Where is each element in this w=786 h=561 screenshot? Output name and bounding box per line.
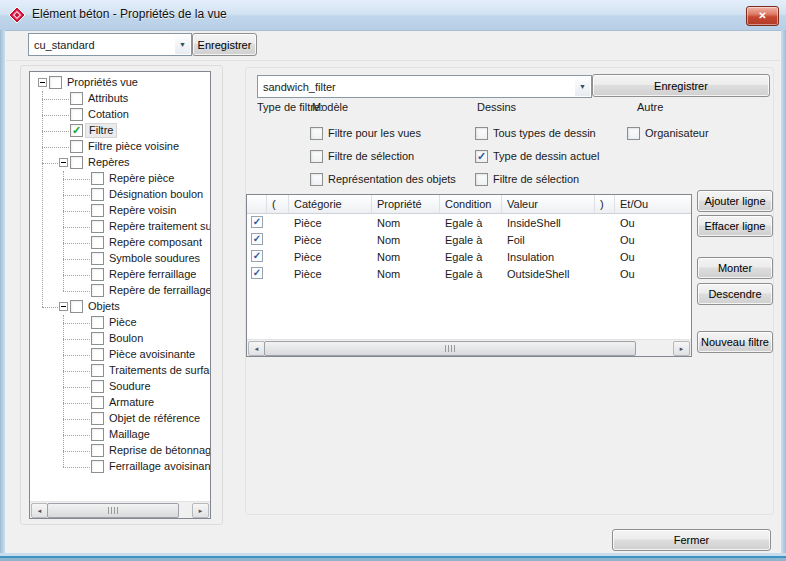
- tree-item[interactable]: Repère traitement surface: [30, 219, 210, 235]
- collapse-icon[interactable]: [59, 302, 68, 311]
- table-header-cell[interactable]: Condition: [440, 195, 502, 214]
- tree-checkbox[interactable]: [70, 108, 83, 121]
- tree-item[interactable]: Armature: [30, 395, 210, 411]
- tree-item[interactable]: Repère ferraillage: [30, 267, 210, 283]
- tree-checkbox[interactable]: [91, 252, 104, 265]
- move-up-button[interactable]: Monter: [697, 257, 773, 279]
- table-cell[interactable]: Egale à: [440, 265, 502, 282]
- tree-checkbox[interactable]: [91, 236, 104, 249]
- filter-rules-table[interactable]: (CatégoriePropriétéConditionValeur)Et/Ou…: [246, 194, 692, 357]
- properties-tree[interactable]: Propriétés vue Attributs Cotation ✓ Filt…: [29, 71, 211, 519]
- table-horizontal-scrollbar[interactable]: ◄ ►: [247, 339, 691, 356]
- tree-item[interactable]: Repère voisin: [30, 203, 210, 219]
- tree-item[interactable]: Repères: [30, 155, 210, 171]
- table-cell[interactable]: Nom: [372, 248, 440, 265]
- chevron-down-icon[interactable]: ▼: [575, 77, 590, 96]
- table-cell[interactable]: Foil: [502, 231, 595, 248]
- tree-horizontal-scrollbar[interactable]: ◄ ►: [30, 501, 210, 518]
- tree-item[interactable]: Ferraillage avoisinant: [30, 459, 210, 475]
- tree-item[interactable]: Maillage: [30, 427, 210, 443]
- move-down-button[interactable]: Descendre: [697, 283, 773, 305]
- table-header-cell[interactable]: Valeur: [502, 195, 595, 214]
- table-cell[interactable]: [267, 248, 289, 265]
- tree-checkbox[interactable]: [70, 300, 83, 313]
- table-cell[interactable]: Insulation: [502, 248, 595, 265]
- checkbox[interactable]: [310, 173, 323, 186]
- row-checkbox[interactable]: ✓: [251, 233, 263, 245]
- table-cell[interactable]: Pièce: [289, 265, 372, 282]
- table-cell[interactable]: [267, 265, 289, 282]
- checkbox[interactable]: [310, 150, 323, 163]
- table-header-cell[interactable]: Propriété: [372, 195, 440, 214]
- scroll-right-icon[interactable]: ►: [192, 503, 209, 518]
- tree-checkbox[interactable]: [91, 204, 104, 217]
- close-icon[interactable]: ✕: [746, 6, 779, 26]
- tree-checkbox[interactable]: [91, 460, 104, 473]
- tree-item[interactable]: Traitements de surface: [30, 363, 210, 379]
- chevron-down-icon[interactable]: ▼: [175, 35, 190, 54]
- close-button[interactable]: Fermer: [612, 529, 771, 551]
- tree-checkbox[interactable]: [91, 172, 104, 185]
- table-cell[interactable]: Ou: [615, 231, 692, 248]
- delete-row-button[interactable]: Effacer ligne: [697, 215, 773, 237]
- tree-checkbox[interactable]: [49, 76, 62, 89]
- tree-checkbox[interactable]: [70, 92, 83, 105]
- tree-item[interactable]: Repère de ferraillage avoisinant: [30, 283, 210, 299]
- table-cell[interactable]: [267, 231, 289, 248]
- tree-item[interactable]: Symbole soudures: [30, 251, 210, 267]
- tree-item[interactable]: Reprise de bétonnage: [30, 443, 210, 459]
- table-cell[interactable]: [595, 214, 615, 231]
- tree-checkbox[interactable]: [91, 220, 104, 233]
- add-row-button[interactable]: Ajouter ligne: [697, 190, 773, 212]
- table-header-cell[interactable]: ): [595, 195, 615, 214]
- filter-name-combobox[interactable]: sandwich_filter ▼: [257, 75, 592, 98]
- tree-item[interactable]: Attributs: [30, 91, 210, 107]
- tree-checkbox[interactable]: [91, 412, 104, 425]
- tree-item[interactable]: Repère pièce: [30, 171, 210, 187]
- filter-option[interactable]: Filtre pour les vues: [310, 126, 421, 140]
- table-cell[interactable]: Nom: [372, 214, 440, 231]
- tree-checkbox[interactable]: [70, 156, 83, 169]
- table-cell[interactable]: Egale à: [440, 248, 502, 265]
- tree-checkbox[interactable]: [91, 268, 104, 281]
- tree-checkbox[interactable]: [91, 428, 104, 441]
- scrollbar-thumb[interactable]: [47, 503, 179, 518]
- table-cell[interactable]: [595, 265, 615, 282]
- tree-checkbox[interactable]: [70, 140, 83, 153]
- titlebar[interactable]: Elément béton - Propriétés de la vue ✕: [0, 0, 786, 31]
- checkbox[interactable]: [627, 127, 640, 140]
- tree-checkbox[interactable]: [91, 284, 104, 297]
- row-checkbox[interactable]: ✓: [251, 250, 263, 262]
- filter-option[interactable]: Tous types de dessin: [475, 126, 596, 140]
- filter-option[interactable]: Organisateur: [627, 126, 709, 140]
- tree-item[interactable]: Propriétés vue: [30, 75, 210, 91]
- tree-item[interactable]: Désignation boulon: [30, 187, 210, 203]
- checkbox[interactable]: [310, 127, 323, 140]
- new-filter-button[interactable]: Nouveau filtre: [697, 331, 773, 353]
- table-cell[interactable]: OutsideShell: [502, 265, 595, 282]
- table-cell[interactable]: Ou: [615, 248, 692, 265]
- table-cell[interactable]: Ou: [615, 265, 692, 282]
- table-cell[interactable]: [595, 231, 615, 248]
- table-cell[interactable]: Egale à: [440, 231, 502, 248]
- table-header-cell[interactable]: [247, 195, 267, 214]
- tree-checkbox[interactable]: [91, 396, 104, 409]
- tree-checkbox[interactable]: [91, 188, 104, 201]
- tree-item[interactable]: Pièce avoisinante: [30, 347, 210, 363]
- table-cell[interactable]: [595, 248, 615, 265]
- tree-item[interactable]: Pièce: [30, 315, 210, 331]
- scroll-right-icon[interactable]: ►: [673, 341, 690, 356]
- scroll-left-icon[interactable]: ◄: [31, 503, 48, 518]
- preset-combobox[interactable]: cu_standard ▼: [28, 33, 192, 56]
- filter-rule-row[interactable]: ✓PièceNomEgale àFoilOu: [247, 231, 691, 248]
- collapse-icon[interactable]: [59, 158, 68, 167]
- table-cell[interactable]: Nom: [372, 231, 440, 248]
- tree-checkbox[interactable]: [91, 380, 104, 393]
- table-cell[interactable]: Nom: [372, 265, 440, 282]
- filter-rule-row[interactable]: ✓PièceNomEgale àInsideShellOu: [247, 214, 691, 231]
- table-cell[interactable]: Egale à: [440, 214, 502, 231]
- tree-item[interactable]: Objets: [30, 299, 210, 315]
- table-cell[interactable]: Pièce: [289, 231, 372, 248]
- save-filter-button[interactable]: Enregistrer: [592, 74, 770, 97]
- table-cell[interactable]: [267, 214, 289, 231]
